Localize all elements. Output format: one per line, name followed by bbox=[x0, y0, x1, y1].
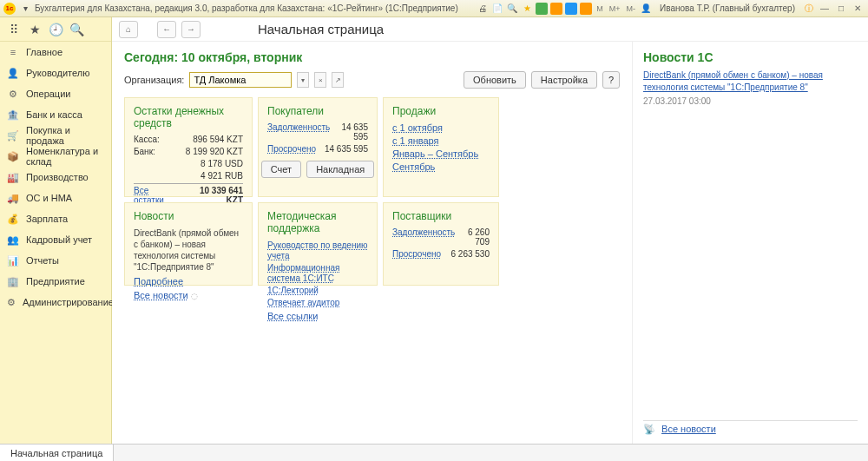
sidebar-item-3[interactable]: 🏦Банк и касса bbox=[0, 104, 111, 125]
sales-link[interactable]: с 1 января bbox=[392, 135, 439, 146]
sidebar-label: Покупка и продажа bbox=[26, 125, 104, 146]
sidebar-icon: 👥 bbox=[7, 234, 19, 246]
sidebar-item-12[interactable]: ⚙Администрирование bbox=[0, 292, 111, 313]
cash-value: 8 178 USD bbox=[201, 159, 243, 168]
user-icon: 👤 bbox=[640, 3, 652, 15]
sidebar-item-5[interactable]: 📦Номенклатура и склад bbox=[0, 146, 111, 167]
all-news-link[interactable]: Все новости bbox=[134, 290, 188, 300]
user-name: Иванова Т.Р. (Главный бухгалтер) bbox=[654, 3, 800, 13]
close-button[interactable]: ✕ bbox=[851, 3, 865, 15]
cash-label: Касса: bbox=[134, 135, 160, 144]
news-card: Новости DirectBank (прямой обмен с банко… bbox=[124, 202, 253, 286]
sidebar-item-1[interactable]: 👤Руководителю bbox=[0, 63, 111, 83]
forward-button[interactable]: → bbox=[181, 21, 201, 38]
all-links[interactable]: Все ссылки bbox=[267, 311, 318, 321]
orange-icon[interactable] bbox=[550, 3, 562, 15]
card-title: Остатки денежных средств bbox=[134, 105, 243, 129]
dropdown-icon[interactable]: ▾ bbox=[19, 3, 31, 15]
calc-m[interactable]: M bbox=[595, 4, 605, 13]
icon-print[interactable]: 🖨 bbox=[477, 3, 489, 15]
sales-link[interactable]: Сентябрь bbox=[392, 161, 435, 172]
star-icon[interactable]: ★ bbox=[521, 3, 533, 15]
org-label: Организация: bbox=[124, 75, 184, 85]
method-card: Методическая поддержка Руководство по ве… bbox=[258, 202, 378, 286]
card-title: Покупатели bbox=[267, 105, 368, 117]
org-clear[interactable]: × bbox=[314, 72, 326, 88]
home-button[interactable]: ⌂ bbox=[119, 21, 138, 38]
method-link[interactable]: Информационная система 1С:ИТС bbox=[267, 263, 339, 283]
main-header: ⌂ ← → Начальная страница bbox=[112, 17, 868, 42]
invoice-button[interactable]: Счет bbox=[261, 161, 301, 178]
icon-search[interactable]: 🔍 bbox=[506, 3, 518, 15]
info-icon[interactable]: ⓘ bbox=[803, 3, 815, 15]
search-icon[interactable]: 🔍 bbox=[66, 19, 87, 40]
sidebar-label: ОС и НМА bbox=[26, 193, 72, 203]
suppliers-value: 6 263 530 bbox=[451, 249, 490, 259]
buyers-label[interactable]: Просрочено bbox=[267, 144, 316, 154]
rss-icon: 📡 bbox=[643, 424, 655, 434]
sidebar-item-2[interactable]: ⚙Операции bbox=[0, 83, 111, 104]
buyers-label[interactable]: Задолженность bbox=[267, 122, 330, 142]
history-icon[interactable]: 🕘 bbox=[45, 19, 66, 40]
org-dropdown[interactable]: ▾ bbox=[297, 72, 309, 88]
suppliers-value: 6 260 709 bbox=[455, 227, 490, 247]
org-input[interactable] bbox=[189, 72, 292, 88]
method-link[interactable]: Отвечает аудитор bbox=[267, 298, 339, 307]
sidebar-icon: 🛒 bbox=[7, 129, 19, 142]
calc-mplus[interactable]: M+ bbox=[608, 4, 622, 13]
sidebar-label: Руководителю bbox=[26, 68, 89, 78]
sidebar-label: Главное bbox=[26, 47, 62, 57]
all-news-link[interactable]: Все новости bbox=[661, 424, 716, 434]
waybill-button[interactable]: Накладная bbox=[306, 161, 374, 178]
method-link[interactable]: 1С:Лекторий bbox=[267, 286, 319, 295]
sidebar-item-7[interactable]: 🚚ОС и НМА bbox=[0, 188, 111, 208]
sidebar-item-10[interactable]: 📊Отчеты bbox=[0, 250, 111, 271]
sidebar-item-9[interactable]: 👥Кадровый учет bbox=[0, 229, 111, 250]
titlebar: 1c ▾ Бухгалтерия для Казахстана, редакци… bbox=[0, 0, 868, 17]
app-icon: 1c bbox=[3, 3, 16, 15]
settings-button[interactable]: Настройка bbox=[531, 71, 597, 89]
buyers-value: 14 635 595 bbox=[325, 144, 368, 154]
back-button[interactable]: ← bbox=[157, 21, 176, 38]
sidebar-label: Номенклатура и склад bbox=[26, 146, 104, 167]
method-link[interactable]: Руководство по ведению учета bbox=[267, 240, 368, 260]
apps-icon[interactable]: ⠿ bbox=[3, 19, 24, 40]
news-item-link[interactable]: DirectBank (прямой обмен с банком) – нов… bbox=[643, 69, 858, 94]
tab-home[interactable]: Начальная страница bbox=[0, 445, 114, 461]
sidebar-icon: 🚚 bbox=[7, 192, 19, 204]
news-date: 27.03.2017 03:00 bbox=[643, 96, 858, 106]
sales-link[interactable]: Январь – Сентябрь bbox=[392, 148, 478, 159]
sidebar-item-11[interactable]: 🏢Предприятие bbox=[0, 271, 111, 292]
right-pane: Новости 1С DirectBank (прямой обмен с ба… bbox=[632, 42, 868, 444]
sidebar-label: Банк и касса bbox=[26, 109, 82, 120]
suppliers-label[interactable]: Просрочено bbox=[392, 249, 441, 259]
orange2-icon[interactable] bbox=[580, 3, 592, 15]
sales-link[interactable]: с 1 октября bbox=[392, 122, 443, 133]
green-icon[interactable] bbox=[536, 3, 548, 15]
sidebar-item-6[interactable]: 🏭Производство bbox=[0, 167, 111, 188]
sidebar-label: Производство bbox=[26, 172, 89, 182]
maximize-button[interactable]: □ bbox=[834, 3, 848, 15]
minimize-button[interactable]: — bbox=[818, 3, 832, 15]
org-open[interactable]: ↗ bbox=[332, 72, 344, 88]
sidebar-item-8[interactable]: 💰Зарплата bbox=[0, 208, 111, 229]
news-panel-title: Новости 1С bbox=[643, 50, 858, 64]
more-link[interactable]: Подробнее bbox=[134, 276, 183, 286]
refresh-button[interactable]: Обновить bbox=[464, 71, 526, 89]
sidebar-icon: 📊 bbox=[7, 254, 19, 267]
cash-value: 8 199 920 KZT bbox=[186, 147, 243, 156]
sidebar-icon: ⚙ bbox=[7, 296, 16, 308]
suppliers-label[interactable]: Задолженность bbox=[392, 227, 455, 247]
titlebar-title: Бухгалтерия для Казахстана, редакция 3.0… bbox=[35, 3, 458, 13]
bottom-tabs: Начальная страница bbox=[0, 444, 868, 461]
sidebar-icon: 🏦 bbox=[7, 109, 19, 121]
fav-icon[interactable]: ★ bbox=[24, 19, 45, 40]
help-button[interactable]: ? bbox=[602, 71, 620, 89]
icon-doc[interactable]: 📄 bbox=[491, 3, 503, 15]
sidebar-item-4[interactable]: 🛒Покупка и продажа bbox=[0, 125, 111, 146]
card-title: Методическая поддержка bbox=[267, 210, 368, 234]
blue-icon[interactable] bbox=[565, 3, 577, 15]
calc-mminus[interactable]: M- bbox=[625, 4, 638, 13]
card-title: Поставщики bbox=[392, 210, 490, 222]
sidebar-item-0[interactable]: ≡Главное bbox=[0, 42, 111, 63]
